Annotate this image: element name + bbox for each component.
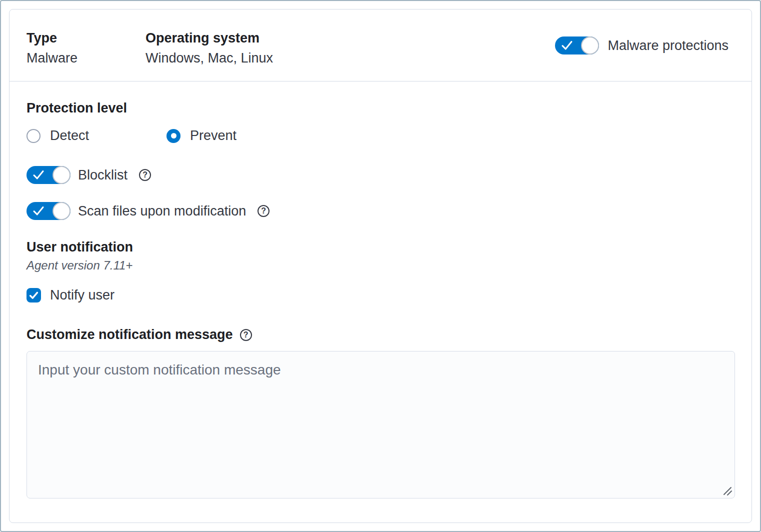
blocklist-toggle-row: Blocklist ? bbox=[26, 166, 735, 184]
scan-files-label: Scan files upon modification bbox=[78, 204, 246, 219]
blocklist-label: Blocklist bbox=[78, 168, 128, 183]
agent-version-note: Agent version 7.11+ bbox=[26, 259, 735, 272]
operating-system-column: Operating system Windows, Mac, Linux bbox=[146, 28, 273, 68]
checkbox-check-icon bbox=[29, 292, 38, 300]
scan-files-toggle-row: Scan files upon modification ? bbox=[26, 202, 735, 220]
radio-detect-label: Detect bbox=[50, 128, 89, 144]
type-column: Type Malware bbox=[26, 28, 146, 68]
switch-knob bbox=[581, 36, 599, 54]
switch-check-icon bbox=[562, 40, 572, 50]
protection-level-radio-group: Detect Prevent bbox=[26, 128, 735, 144]
panel-body: Protection level Detect Prevent Blocklis… bbox=[10, 82, 752, 522]
customize-message-help-icon[interactable]: ? bbox=[240, 329, 252, 341]
blocklist-switch[interactable] bbox=[26, 166, 70, 184]
radio-prevent-label: Prevent bbox=[190, 128, 236, 144]
malware-protections-switch[interactable] bbox=[555, 36, 599, 54]
radio-prevent-icon bbox=[166, 129, 180, 143]
malware-protections-panel: Type Malware Operating system Windows, M… bbox=[9, 9, 752, 523]
scan-files-switch[interactable] bbox=[26, 202, 70, 220]
protection-level-heading: Protection level bbox=[26, 101, 735, 116]
custom-message-textarea-wrap bbox=[26, 351, 735, 498]
notify-user-checkbox-row[interactable]: Notify user bbox=[26, 288, 735, 303]
blocklist-help-icon[interactable]: ? bbox=[139, 169, 151, 181]
radio-option-detect[interactable]: Detect bbox=[26, 128, 166, 144]
custom-message-textarea[interactable] bbox=[26, 351, 735, 498]
switch-check-icon bbox=[33, 206, 44, 216]
radio-detect-icon bbox=[26, 129, 40, 143]
switch-knob bbox=[52, 202, 70, 220]
malware-protections-toggle-label: Malware protections bbox=[608, 38, 728, 54]
textarea-resize-handle[interactable] bbox=[720, 484, 732, 496]
scan-files-help-icon[interactable]: ? bbox=[258, 205, 270, 217]
type-value: Malware bbox=[26, 48, 146, 68]
switch-check-icon bbox=[33, 170, 44, 180]
malware-protections-toggle-row: Malware protections bbox=[555, 36, 728, 54]
radio-option-prevent[interactable]: Prevent bbox=[166, 128, 236, 144]
notify-user-label: Notify user bbox=[50, 288, 114, 303]
panel-header: Type Malware Operating system Windows, M… bbox=[10, 10, 752, 82]
page: { "header": { "type_label": "Type", "typ… bbox=[0, 0, 761, 532]
notify-user-checkbox[interactable] bbox=[26, 288, 41, 302]
customize-message-heading-row: Customize notification message ? bbox=[26, 328, 735, 342]
user-notification-section: User notification Agent version 7.11+ No… bbox=[26, 240, 735, 303]
operating-system-value: Windows, Mac, Linux bbox=[146, 48, 273, 68]
switch-knob bbox=[52, 166, 70, 184]
type-label: Type bbox=[26, 28, 146, 48]
operating-system-label: Operating system bbox=[146, 28, 273, 48]
customize-message-heading: Customize notification message bbox=[26, 328, 233, 342]
user-notification-heading: User notification bbox=[26, 240, 735, 254]
